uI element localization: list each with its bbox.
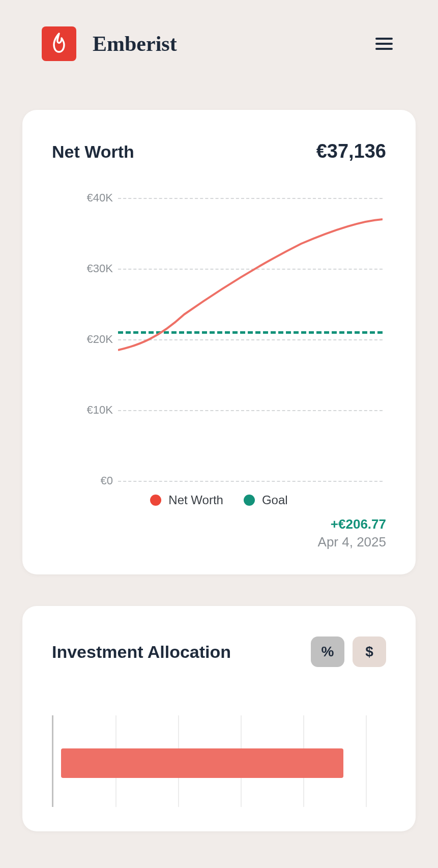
legend-item-goal[interactable]: Goal — [244, 493, 288, 507]
y-tick-label: €10K — [87, 403, 113, 417]
net-worth-value: €37,136 — [316, 140, 386, 162]
net-worth-line — [118, 198, 383, 481]
net-worth-date: Apr 4, 2025 — [52, 534, 386, 550]
allocation-gridline — [366, 715, 367, 807]
net-worth-header: Net Worth €37,136 — [52, 140, 386, 162]
net-worth-footer: +€206.77 Apr 4, 2025 — [52, 516, 386, 550]
allocation-card: Investment Allocation % $ — [22, 606, 416, 831]
allocation-chart[interactable] — [52, 715, 386, 807]
legend-label: Goal — [262, 493, 288, 507]
y-tick-label: €30K — [87, 262, 113, 275]
net-worth-delta: +€206.77 — [52, 516, 386, 532]
app-header: Emberist — [0, 0, 438, 61]
chart-legend: Net Worth Goal — [52, 493, 386, 507]
allocation-header: Investment Allocation % $ — [52, 636, 386, 667]
net-worth-title: Net Worth — [52, 142, 134, 162]
allocation-y-axis — [52, 715, 53, 807]
legend-dot-icon — [244, 495, 255, 506]
hamburger-menu-icon[interactable] — [372, 32, 396, 56]
brand-name: Emberist — [93, 32, 177, 56]
legend-item-net-worth[interactable]: Net Worth — [150, 493, 223, 507]
brand-block[interactable]: Emberist — [42, 26, 177, 61]
flame-logo-icon — [42, 26, 76, 61]
net-worth-chart[interactable]: €40K €30K €20K €10K €0 — [52, 198, 386, 481]
legend-dot-icon — [150, 495, 161, 506]
allocation-bar — [61, 748, 343, 778]
allocation-unit-toggle: % $ — [311, 636, 386, 667]
y-tick-label: €40K — [87, 191, 113, 205]
gridline — [118, 481, 383, 482]
toggle-currency-button[interactable]: $ — [353, 636, 386, 667]
toggle-percent-button[interactable]: % — [311, 636, 344, 667]
y-tick-label: €0 — [101, 474, 113, 487]
net-worth-card: Net Worth €37,136 €40K €30K €20K €10K €0… — [22, 110, 416, 574]
y-tick-label: €20K — [87, 333, 113, 346]
plot-area — [118, 198, 383, 481]
allocation-title: Investment Allocation — [52, 642, 231, 662]
legend-label: Net Worth — [168, 493, 223, 507]
